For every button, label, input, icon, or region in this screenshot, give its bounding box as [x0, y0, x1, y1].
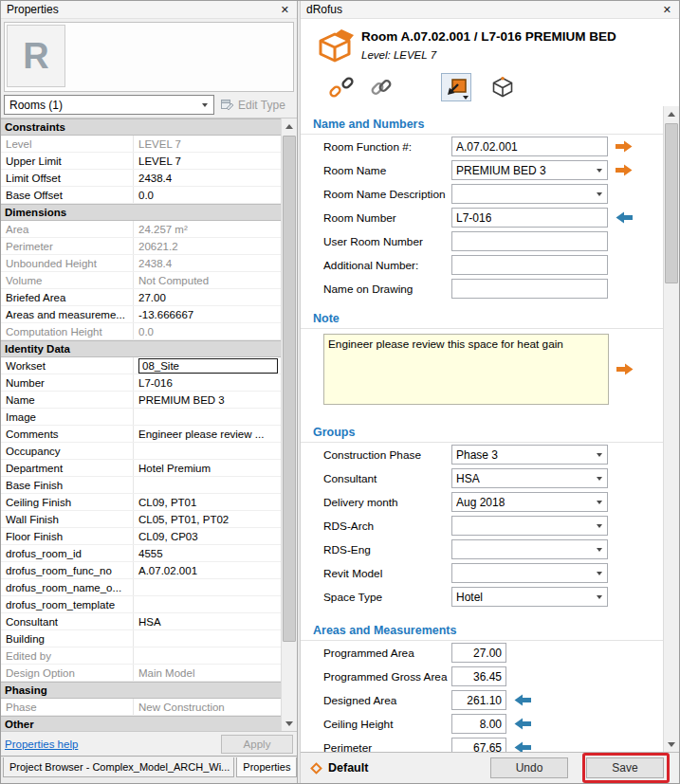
property-value-briefed-area[interactable]: 27.00 [134, 289, 281, 305]
field-construction-phase-select[interactable]: Phase 3 [451, 445, 608, 465]
scroll-track[interactable] [282, 134, 297, 716]
section-header-phasing[interactable]: Phasing [1, 682, 281, 699]
section-header-identity-data[interactable]: Identity Data [1, 340, 281, 357]
section-header-dimensions[interactable]: Dimensions [1, 204, 281, 221]
scroll-down-icon[interactable] [282, 716, 297, 731]
property-value-drofus-room-func-no[interactable]: A.07.02.001 [134, 562, 281, 578]
property-value-name[interactable]: PREMIUM BED 3 [134, 392, 281, 408]
field-rds-eng-select[interactable] [451, 539, 608, 559]
field-value: 261.10 [467, 694, 502, 707]
drofus-footer: Default Undo Save [301, 752, 679, 783]
orange-right-arrow-icon[interactable] [616, 140, 633, 153]
property-value-number[interactable]: L7-016 [134, 374, 281, 391]
tab-properties[interactable]: Properties [236, 757, 297, 777]
field-label: Consultant [323, 472, 451, 485]
room-title: Room A.07.02.001 / L7-016 PREMIUM BED [361, 29, 677, 44]
property-value-workset[interactable]: 08_Site [134, 357, 281, 374]
properties-help-link[interactable]: Properties help [5, 738, 78, 750]
property-row-phase: PhaseNew Construction [1, 699, 281, 716]
save-button[interactable]: Save [586, 757, 664, 778]
field-row-revit-model: Revit Model [301, 561, 663, 585]
property-label: drofus_room_name_o... [1, 579, 134, 595]
property-row-department: DepartmentHotel Premium [1, 460, 281, 477]
property-value-ceiling-finish[interactable]: CL09, PT01 [134, 494, 281, 510]
blue-left-arrow-icon[interactable] [514, 694, 531, 706]
field-programmed-gross-area-input[interactable]: 36.45 [451, 666, 506, 686]
property-value-unbounded-height: 2438.4 [134, 255, 281, 271]
blue-left-arrow-icon[interactable] [514, 718, 531, 730]
section-header-other[interactable]: Other [1, 716, 281, 731]
property-value-drofus-room-id[interactable]: 4555 [134, 545, 281, 561]
field-delivery-month-select[interactable]: Aug 2018 [451, 492, 608, 512]
property-value-wall-finish[interactable]: CL05, PT01, PT02 [134, 511, 281, 527]
apply-button[interactable]: Apply [221, 735, 293, 754]
property-value-upper-limit[interactable]: LEVEL 7 [134, 153, 281, 169]
scroll-thumb[interactable] [665, 123, 678, 283]
field-perimeter-input[interactable]: 67.65 [451, 738, 506, 752]
property-value-limit-offset[interactable]: 2438.4 [134, 170, 281, 186]
property-value-building[interactable] [134, 630, 281, 647]
workset-edit-field[interactable]: 08_Site [138, 358, 278, 374]
field-consultant-select[interactable]: HSA [451, 468, 608, 488]
scroll-thumb[interactable] [283, 136, 296, 642]
property-value-occupancy[interactable] [134, 443, 281, 459]
field-name-on-drawing-input[interactable] [451, 279, 608, 299]
property-value-drofus-room-template[interactable] [134, 596, 281, 612]
field-room-function-input[interactable]: A.07.02.001 [451, 137, 608, 156]
property-row-wall-finish: Wall FinishCL05, PT01, PT02 [1, 511, 281, 528]
revit-family-letter: R [23, 36, 48, 77]
property-row-drofus-room-template: drofus_room_template [1, 596, 281, 613]
field-room-number-input[interactable]: L7-016 [451, 208, 608, 228]
broken-link-icon[interactable] [329, 75, 354, 100]
tab-project-browser-complex-model-arch-wi[interactable]: Project Browser - Complex_Model_ARCH_Wi.… [3, 757, 234, 777]
scroll-up-icon[interactable] [664, 106, 679, 121]
field-row-name-on-drawing: Name on Drawing [301, 277, 663, 301]
property-row-briefed-area: Briefed Area27.00 [1, 289, 281, 306]
property-value-floor-finish[interactable]: CL09, CP03 [134, 528, 281, 544]
field-user-room-number-input[interactable] [451, 231, 608, 251]
property-value-base-offset[interactable]: 0.0 [134, 187, 281, 203]
field-designed-area-input[interactable]: 261.10 [451, 690, 506, 710]
field-revit-model-select[interactable] [451, 563, 608, 583]
note-textarea[interactable]: Engineer please review this space for he… [323, 334, 609, 405]
type-select[interactable]: Rooms (1) [4, 95, 214, 115]
undo-button[interactable]: Undo [490, 757, 568, 778]
property-value-drofus-room-name-o[interactable] [134, 579, 281, 595]
close-icon[interactable]: ✕ [279, 4, 291, 16]
blue-left-arrow-icon[interactable] [514, 741, 531, 752]
chevron-down-icon [463, 96, 469, 100]
link-icon[interactable] [369, 75, 394, 100]
properties-scrollbar[interactable] [281, 119, 297, 731]
orange-right-arrow-icon[interactable] [616, 164, 633, 176]
close-icon[interactable]: ✕ [661, 4, 673, 16]
field-ceiling-height-input[interactable]: 8.00 [451, 714, 506, 734]
property-value-areas-and-measureme[interactable]: -13.666667 [134, 306, 281, 322]
field-room-name-description-select[interactable] [451, 184, 608, 204]
section-header-constraints[interactable]: Constraints [1, 119, 281, 136]
property-value-department[interactable]: Hotel Premium [134, 460, 281, 476]
field-additional-number-input[interactable] [451, 255, 608, 275]
scroll-track[interactable] [664, 121, 679, 737]
field-row-user-room-number: User Room Number [301, 229, 663, 253]
property-value-comments[interactable]: Engineer please review ... [134, 426, 281, 442]
field-space-type-select[interactable]: Hotel [451, 587, 608, 607]
field-row-space-type: Space TypeHotel [301, 585, 663, 609]
scroll-down-icon[interactable] [664, 737, 679, 752]
drofus-model-icon[interactable] [490, 75, 515, 100]
field-rds-arch-select[interactable] [451, 516, 608, 536]
drofus-scrollbar[interactable] [663, 106, 679, 752]
property-label: Consultant [1, 613, 134, 629]
property-row-name: NamePREMIUM BED 3 [1, 392, 281, 409]
blue-left-arrow-icon[interactable] [616, 211, 633, 224]
field-programmed-area-input[interactable]: 27.00 [451, 643, 506, 663]
push-room-data-button[interactable] [441, 73, 471, 101]
property-value-base-finish[interactable] [134, 477, 281, 493]
property-value-image[interactable] [134, 409, 281, 425]
property-value-consultant[interactable]: HSA [134, 613, 281, 629]
edit-type-button[interactable]: Edit Type [219, 95, 294, 115]
scroll-up-icon[interactable] [282, 119, 297, 134]
orange-right-arrow-icon[interactable] [616, 363, 634, 375]
property-label: Floor Finish [1, 528, 134, 544]
default-label[interactable]: Default [328, 761, 368, 775]
field-room-name-select[interactable]: PREMIUM BED 3 [451, 160, 608, 180]
